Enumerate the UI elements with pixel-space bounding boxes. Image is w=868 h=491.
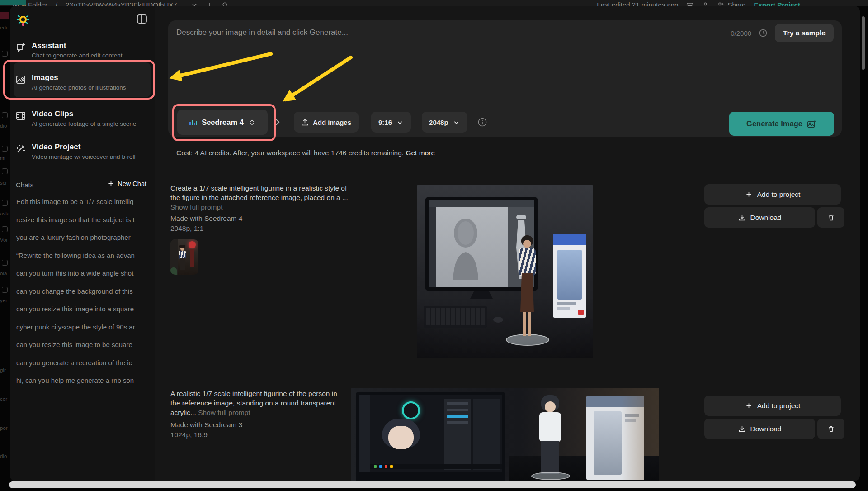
plus-icon[interactable] <box>206 1 213 6</box>
clipped-label: asla <box>0 211 9 216</box>
result-model: Made with Seedream 3 <box>170 421 242 429</box>
sidebar-item-images[interactable]: Images AI generated photos or illustrati… <box>10 73 155 97</box>
show-full-prompt-link[interactable]: Show full prompt <box>170 203 222 211</box>
chevron-down-icon <box>396 119 404 126</box>
delete-button[interactable] <box>817 419 844 439</box>
person-cardigan <box>179 251 186 259</box>
nav-desc: Video montage w/ voiceover and b-roll <box>32 153 135 160</box>
search-icon[interactable] <box>222 1 229 6</box>
resolution-dropdown[interactable]: 2048p <box>422 112 467 133</box>
share-button[interactable]: Share <box>717 0 745 6</box>
result-model: Made with Seedream 4 <box>170 215 242 223</box>
model-selector[interactable]: Seedream 4 <box>177 110 268 135</box>
lightbulb-icon[interactable] <box>16 13 30 28</box>
clipped-label: titl <box>0 156 9 161</box>
reference-thumbnail[interactable] <box>170 239 198 275</box>
scrollbar-thumb[interactable] <box>862 16 865 70</box>
keyboard-icon[interactable] <box>686 1 693 6</box>
upload-icon <box>301 119 309 126</box>
add-images-button[interactable]: Add images <box>294 112 359 133</box>
add-to-project-button[interactable]: Add to project <box>704 184 841 205</box>
generate-image-button[interactable]: Generate Image <box>729 112 834 136</box>
chat-item[interactable]: can you resize this image into a square <box>16 305 139 315</box>
figurine-face <box>545 401 556 412</box>
chevron-right-icon[interactable] <box>274 119 281 126</box>
anime-face <box>388 426 414 449</box>
clipped-tool-icon <box>2 168 8 174</box>
person-hair <box>179 245 185 248</box>
info-icon[interactable] <box>477 117 487 127</box>
collapse-sidebar-icon[interactable] <box>137 14 147 24</box>
prompt-input[interactable]: Describe your image in detail and click … <box>176 28 348 37</box>
char-counter: 0/2000 <box>731 29 751 37</box>
film-icon <box>15 110 26 121</box>
clipped-tool-icon <box>2 146 8 152</box>
chat-item[interactable]: can you resize this image to be square <box>16 341 139 351</box>
chat-item[interactable]: can you change the background of this <box>16 287 139 297</box>
sign-board <box>190 249 194 267</box>
nav-title: Images <box>32 73 58 82</box>
result-prompt: A realistic 1/7 scale intelligent figuri… <box>170 389 349 417</box>
chat-plus-icon <box>15 42 26 53</box>
nav-desc: AI generated footage of a single scene <box>32 120 136 127</box>
red-lantern <box>189 241 196 248</box>
chat-item[interactable]: you are a luxury fashion photographer <box>16 234 139 243</box>
chat-item[interactable]: cyber punk cityscape the style of 90s ar <box>16 323 139 333</box>
history-clock-icon[interactable] <box>759 29 768 38</box>
ui-panel <box>473 399 500 470</box>
chevron-down-icon <box>453 119 460 126</box>
try-sample-button[interactable]: Try a sample <box>775 24 834 42</box>
last-edited-status: Last edited 21 minutes ago <box>597 0 678 6</box>
chat-item[interactable]: hi, can you help me generate a rnb son <box>16 377 139 386</box>
chat-item[interactable]: can you generate a recreation of the ic <box>16 359 139 369</box>
share-person-plus-icon <box>717 1 724 6</box>
clipped-label: ola <box>0 271 9 276</box>
get-more-link[interactable]: Get more <box>406 149 435 157</box>
generated-image-1[interactable] <box>417 185 593 358</box>
show-full-prompt-link[interactable]: Show full prompt <box>198 409 250 416</box>
chat-item[interactable]: can you turn this into a wide angle shot <box>16 269 139 279</box>
nav-title: Video Clips <box>32 110 73 119</box>
breadcrumb-project-id[interactable]: 2XnT0sV8WsW4sYB3EkIUDOIbUX7... <box>66 0 183 6</box>
prompt-composer: Describe your image in detail and click … <box>168 20 842 137</box>
sidebar-item-video-project[interactable]: Video Project Video montage w/ voiceover… <box>10 143 155 166</box>
new-chat-button[interactable]: New Chat <box>107 180 146 187</box>
clipped-label: por <box>0 425 9 431</box>
delete-button[interactable] <box>817 207 844 228</box>
chat-item[interactable]: Edit this image to be a 1/7 scale intell… <box>16 198 139 208</box>
trash-icon <box>827 425 835 433</box>
add-to-project-button[interactable]: Add to project <box>704 396 841 416</box>
monitor-screen <box>359 395 502 472</box>
download-button[interactable]: Download <box>704 207 815 228</box>
sidebar-item-assistant[interactable]: Assistant Chat to generate and edit cont… <box>10 41 155 65</box>
clipped-label: edi. <box>0 25 9 30</box>
clipped-tool-icon <box>2 51 8 57</box>
download-button[interactable]: Download <box>704 419 815 439</box>
topbar: New Folder / 2XnT0sV8WsW4sYB3EkIUDOIbUX7… <box>0 0 868 6</box>
timeline-scrollbar[interactable] <box>9 481 856 488</box>
nav-desc: AI generated photos or illustrations <box>32 84 126 91</box>
export-project-button[interactable]: Export Project <box>754 0 800 6</box>
person-skirt <box>180 258 185 270</box>
clipped-media-thumb-teal <box>0 0 26 5</box>
product-box <box>586 396 644 480</box>
aspect-ratio-dropdown[interactable]: 9:16 <box>371 112 411 133</box>
clipped-tool-icon <box>2 200 8 206</box>
chat-item[interactable]: “Rewrite the following idea as an advan <box>16 252 139 262</box>
ui-panel <box>444 399 471 470</box>
clipped-media-thumb-maroon <box>0 12 9 19</box>
generated-image-2[interactable] <box>351 388 659 481</box>
clipped-label: dio <box>0 453 9 459</box>
result-meta: 1024p, 16:9 <box>170 431 208 439</box>
user-icon[interactable] <box>702 1 709 6</box>
vignette <box>417 185 593 358</box>
nav-title: Video Project <box>32 143 80 152</box>
clipped-label: cor <box>0 396 9 402</box>
chevron-down-icon[interactable] <box>191 1 198 6</box>
plant <box>170 267 177 275</box>
image-icon <box>15 74 26 85</box>
taskbar <box>370 464 502 469</box>
sidebar: Assistant Chat to generate and edit cont… <box>10 6 155 481</box>
chat-item[interactable]: resize this image so that the subject is… <box>16 216 139 226</box>
sidebar-item-video-clips[interactable]: Video Clips AI generated footage of a si… <box>10 110 155 133</box>
